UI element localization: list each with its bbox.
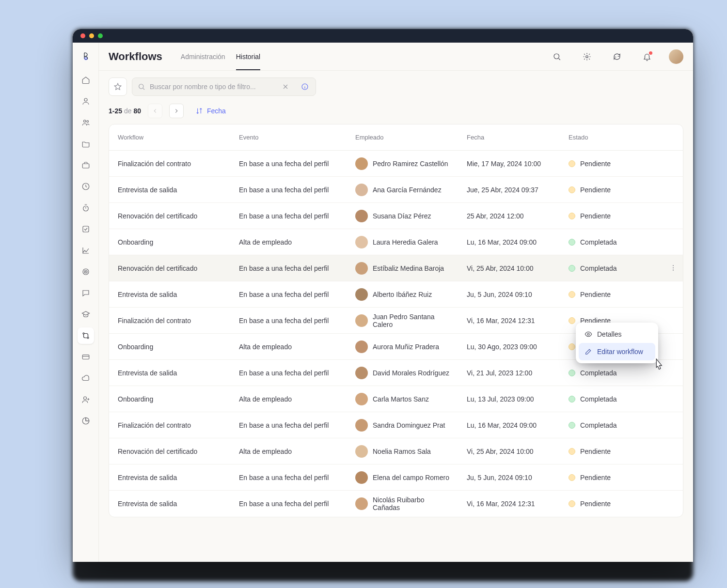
cell-event: En base a una fecha del perfil (230, 317, 347, 325)
status-dot-icon (569, 500, 575, 507)
svg-point-21 (673, 270, 674, 271)
nav-check-icon[interactable] (78, 221, 94, 237)
table-row[interactable]: Entrevista de salidaEn base a una fecha … (109, 491, 683, 517)
cell-workflow: Finalización del contrato (109, 160, 230, 168)
table-row[interactable]: Finalización del contratoEn base a una f… (109, 151, 683, 177)
svg-point-14 (83, 397, 86, 400)
table-row[interactable]: Renovación del certificadoEn base a una … (109, 255, 683, 281)
nav-chart-icon[interactable] (78, 242, 94, 259)
gear-icon[interactable] (579, 48, 595, 65)
search-icon[interactable] (549, 48, 565, 65)
cell-workflow: Onboarding (109, 238, 230, 246)
cell-date: Lu, 16 Mar, 2024 09:00 (458, 238, 560, 246)
nav-folder-icon[interactable] (78, 136, 94, 152)
nav-adduser-icon[interactable] (78, 391, 94, 408)
svg-point-8 (83, 269, 89, 275)
status-dot-icon (569, 317, 575, 324)
nav-card-icon[interactable] (78, 349, 94, 365)
cell-date: Ju, 5 Jun, 2024 09:10 (458, 291, 560, 298)
nav-timer-icon[interactable] (78, 200, 94, 216)
menu-edit-workflow[interactable]: Editar workflow (579, 343, 655, 360)
svg-point-2 (83, 120, 86, 123)
status-label: Pendiente (580, 448, 611, 455)
nav-home-icon[interactable] (78, 72, 94, 88)
menu-details[interactable]: Detalles (579, 325, 655, 343)
cell-status: Pendiente (560, 474, 683, 481)
col-employee: Empleado (347, 134, 458, 141)
nav-target-icon[interactable] (78, 263, 94, 280)
nav-pie-icon[interactable] (78, 413, 94, 429)
table-row[interactable]: Entrevista de salidaEn base a una fecha … (109, 360, 683, 386)
nav-grad-icon[interactable] (78, 306, 94, 323)
table-row[interactable]: Renovación del certificadoEn base a una … (109, 203, 683, 229)
cell-date: Lu, 30 Ago, 2023 09:00 (458, 343, 560, 351)
employee-avatar (355, 184, 368, 196)
app-logo (79, 48, 93, 63)
status-dot-icon (569, 474, 575, 481)
row-more-button[interactable] (669, 264, 677, 273)
table-row[interactable]: OnboardingAlta de empleadoCarla Martos S… (109, 386, 683, 412)
tab-historial[interactable]: Historial (236, 44, 261, 70)
cell-event: Alta de empleado (230, 343, 347, 351)
employee-name: David Morales Rodríguez (373, 369, 449, 377)
clear-search-button[interactable] (280, 81, 291, 92)
cell-date: Vi, 25 Abr, 2024 10:00 (458, 264, 560, 272)
employee-avatar (355, 393, 368, 405)
window-close-icon[interactable] (80, 33, 85, 38)
employee-avatar (355, 236, 368, 248)
cell-event: Alta de empleado (230, 238, 347, 246)
nav-user-icon[interactable] (78, 93, 94, 109)
table-row[interactable]: Finalización del contratoEn base a una f… (109, 412, 683, 438)
page-of-label: de (124, 107, 132, 115)
table-row[interactable]: OnboardingAlta de empleadoLaura Heredia … (109, 229, 683, 255)
employee-avatar (355, 445, 368, 458)
nav-clock-icon[interactable] (78, 178, 94, 195)
status-label: Completada (580, 238, 617, 246)
nav-cloud-icon[interactable] (78, 370, 94, 387)
table-row[interactable]: Entrevista de salidaEn base a una fecha … (109, 464, 683, 491)
eye-icon (585, 330, 592, 338)
tab-administración[interactable]: Administración (181, 44, 225, 69)
employee-name: Noelia Ramos Sala (373, 448, 431, 455)
employee-avatar (355, 419, 368, 432)
window-max-icon[interactable] (98, 33, 103, 38)
titlebar (73, 29, 693, 43)
col-workflow: Workflow (109, 134, 230, 141)
refresh-icon[interactable] (609, 48, 625, 65)
nav-briefcase-icon[interactable] (78, 157, 94, 173)
nav-team-icon[interactable] (78, 114, 94, 131)
nav-chat-icon[interactable] (78, 285, 94, 301)
status-label: Pendiente (580, 474, 611, 481)
employee-name: Sandra Dominguez Prat (373, 421, 445, 429)
cell-date: Vi, 16 Mar, 2024 12:31 (458, 317, 560, 325)
nav-workflows-icon[interactable] (78, 327, 94, 344)
window-min-icon[interactable] (89, 33, 94, 38)
svg-point-9 (84, 270, 87, 273)
cell-workflow: Finalización del contrato (109, 421, 230, 429)
user-avatar[interactable] (669, 49, 683, 64)
cell-event: En base a una fecha del perfil (230, 186, 347, 194)
table-row[interactable]: Entrevista de salidaEn base a una fecha … (109, 177, 683, 203)
cell-employee: David Morales Rodríguez (347, 367, 458, 379)
col-event: Evento (230, 134, 347, 141)
favorite-button[interactable] (109, 77, 127, 96)
menu-details-label: Detalles (597, 330, 622, 338)
cell-event: En base a una fecha del perfil (230, 474, 347, 481)
table-row[interactable]: Entrevista de salidaEn base a una fecha … (109, 281, 683, 308)
status-dot-icon (569, 239, 575, 246)
status-dot-icon (569, 291, 575, 298)
employee-name: Alberto Ibáñez Ruiz (373, 291, 432, 298)
table-row[interactable]: Renovación del certificadoAlta de emplea… (109, 438, 683, 464)
cell-status: Pendiente (560, 291, 683, 298)
pointer-cursor-icon (652, 357, 665, 374)
next-page-button[interactable] (169, 104, 184, 118)
info-button[interactable] (299, 80, 311, 93)
cell-date: Vi, 16 Mar, 2024 12:31 (458, 500, 560, 508)
employee-name: Elena del campo Romero (373, 474, 449, 481)
sort-button[interactable]: Fecha (190, 104, 231, 118)
prev-page-button[interactable] (148, 104, 162, 118)
bell-icon[interactable] (639, 48, 655, 65)
cell-event: En base a una fecha del perfil (230, 421, 347, 429)
svg-point-20 (673, 267, 674, 268)
cell-date: Jue, 25 Abr, 2024 09:37 (458, 186, 560, 194)
